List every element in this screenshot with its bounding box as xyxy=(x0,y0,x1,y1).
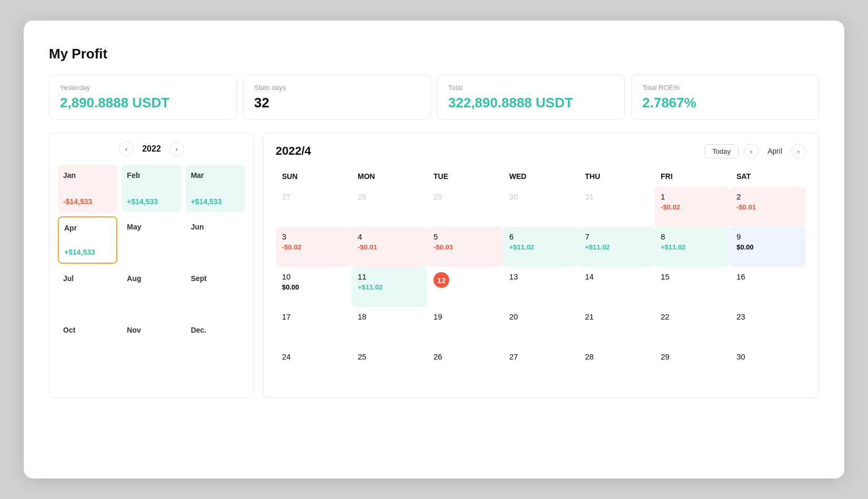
calendar-day-cell[interactable]: 7+$11.02 xyxy=(579,227,654,267)
calendar-day-cell[interactable]: 17 xyxy=(276,307,351,347)
calendar-day-cell[interactable]: 6+$11.02 xyxy=(503,227,579,267)
calendar-day-cell[interactable]: 25 xyxy=(351,347,427,387)
months-grid: Jan-$14,533Feb+$14,533Mar+$14,533Apr+$14… xyxy=(58,165,245,367)
app-container: My Profit Yesterday 2,890.8888 USDT Stat… xyxy=(24,21,844,478)
day-number: 8 xyxy=(661,232,724,241)
year-prev-button[interactable]: ‹ xyxy=(119,142,134,156)
month-cell-sept[interactable]: Sept xyxy=(186,268,245,315)
day-number: 24 xyxy=(282,352,345,361)
calendar-header: 2022/4 Today ‹ April › xyxy=(276,144,806,158)
calendar-day-cell[interactable]: 8+$11.02 xyxy=(654,227,730,267)
calendar-day-cell[interactable]: 10$0.00 xyxy=(276,267,351,307)
day-number: 26 xyxy=(433,352,497,361)
month-value: +$14,533 xyxy=(64,248,111,256)
day-number: 21 xyxy=(585,312,648,321)
calendar-day-cell[interactable]: 30 xyxy=(730,347,806,387)
calendar-day-cell[interactable]: 13 xyxy=(503,267,579,307)
month-cell-jun[interactable]: Jun xyxy=(186,216,245,264)
day-number: 9 xyxy=(736,232,800,241)
calendar-day-cell[interactable]: 2-$0.01 xyxy=(730,187,806,227)
month-cell-mar[interactable]: Mar+$14,533 xyxy=(186,165,245,212)
day-number: 11 xyxy=(358,272,421,281)
calendar-month-title: 2022/4 xyxy=(276,144,704,158)
total-value: 322,890.8888 USDT xyxy=(448,95,614,111)
month-cell-may[interactable]: May xyxy=(122,216,181,264)
calendar-nav: ‹ April › xyxy=(744,144,806,158)
day-number: 29 xyxy=(661,352,724,361)
roe-value: 2.7867% xyxy=(642,95,808,111)
calendar-panel: 2022/4 Today ‹ April › SUNMONTUEWEDTHUFR… xyxy=(263,133,819,398)
day-number: 27 xyxy=(282,192,345,201)
day-number: 22 xyxy=(661,312,724,321)
calendar-day-cell[interactable]: 27 xyxy=(503,347,579,387)
day-value: $0.00 xyxy=(736,243,800,251)
stat-card-roe: Total ROE% 2.7867% xyxy=(631,75,819,120)
calendar-day-cell[interactable]: 15 xyxy=(654,267,730,307)
calendar-week-row: 27282930311-$0.022-$0.01 xyxy=(276,187,806,227)
calendar-day-cell[interactable]: 24 xyxy=(276,347,351,387)
month-cell-oct[interactable]: Oct xyxy=(58,320,117,367)
month-cell-dec.[interactable]: Dec. xyxy=(186,320,245,367)
month-cell-jan[interactable]: Jan-$14,533 xyxy=(58,165,117,212)
day-value: +$11.02 xyxy=(661,243,724,251)
day-number: 20 xyxy=(509,312,572,321)
year-next-button[interactable]: › xyxy=(169,142,184,156)
day-number: 10 xyxy=(282,272,345,281)
day-number: 28 xyxy=(358,192,421,201)
calendar-week-row: 10$0.0011+$11.021213141516 xyxy=(276,267,806,307)
calendar-day-cell[interactable]: 3-$0.02 xyxy=(276,227,351,267)
today-button[interactable]: Today xyxy=(704,144,739,158)
weekday-header-fri: FRI xyxy=(654,169,730,187)
month-cell-jul[interactable]: Jul xyxy=(58,268,117,315)
calendar-day-cell[interactable]: 9$0.00 xyxy=(730,227,806,267)
day-number: 31 xyxy=(585,192,648,201)
calendar-day-cell[interactable]: 28 xyxy=(579,347,654,387)
calendar-day-cell[interactable]: 27 xyxy=(276,187,351,227)
main-content: ‹ 2022 › Jan-$14,533Feb+$14,533Mar+$14,5… xyxy=(49,133,819,398)
calendar-day-cell[interactable]: 19 xyxy=(427,307,503,347)
calendar-day-cell[interactable]: 12 xyxy=(427,267,503,307)
calendar-day-cell[interactable]: 11+$11.02 xyxy=(351,267,427,307)
calendar-day-cell[interactable]: 5-$0.03 xyxy=(427,227,503,267)
calendar-day-cell[interactable]: 30 xyxy=(503,187,579,227)
calendar-day-cell[interactable]: 31 xyxy=(579,187,654,227)
day-number: 3 xyxy=(282,232,345,241)
calendar-day-cell[interactable]: 23 xyxy=(730,307,806,347)
calendar-day-cell[interactable]: 29 xyxy=(427,187,503,227)
year-nav: ‹ 2022 › xyxy=(58,142,245,156)
month-cell-apr[interactable]: Apr+$14,533 xyxy=(58,216,117,264)
calendar-week-row: 3-$0.024-$0.015-$0.036+$11.027+$11.028+$… xyxy=(276,227,806,267)
calendar-day-cell[interactable]: 4-$0.01 xyxy=(351,227,427,267)
yesterday-value: 2,890.8888 USDT xyxy=(60,95,226,111)
month-name: Apr xyxy=(64,224,111,232)
month-value: +$14,533 xyxy=(127,197,176,206)
weekday-header-tue: TUE xyxy=(427,169,503,187)
calendar-day-cell[interactable]: 26 xyxy=(427,347,503,387)
calendar-day-cell[interactable]: 29 xyxy=(654,347,730,387)
cal-prev-button[interactable]: ‹ xyxy=(744,144,759,158)
calendar-day-cell[interactable]: 16 xyxy=(730,267,806,307)
month-cell-aug[interactable]: Aug xyxy=(122,268,181,315)
calendar-day-cell[interactable]: 14 xyxy=(579,267,654,307)
day-number: 16 xyxy=(736,272,800,281)
calendar-day-cell[interactable]: 1-$0.02 xyxy=(654,187,730,227)
calendar-day-cell[interactable]: 20 xyxy=(503,307,579,347)
calendar-week-row: 17181920212223 xyxy=(276,307,806,347)
day-number: 29 xyxy=(433,192,497,201)
page-title: My Profit xyxy=(49,46,819,62)
calendar-day-cell[interactable]: 28 xyxy=(351,187,427,227)
day-number: 7 xyxy=(585,232,648,241)
day-value: +$11.02 xyxy=(509,243,572,251)
month-name: Dec. xyxy=(191,326,240,334)
calendar-day-cell[interactable]: 21 xyxy=(579,307,654,347)
day-number: 30 xyxy=(509,192,572,201)
month-name: Nov xyxy=(127,326,176,334)
month-name: Oct xyxy=(63,326,112,334)
calendar-day-cell[interactable]: 22 xyxy=(654,307,730,347)
cal-next-button[interactable]: › xyxy=(791,144,806,158)
month-name: Mar xyxy=(191,171,240,179)
day-value: +$11.02 xyxy=(585,243,648,251)
calendar-day-cell[interactable]: 18 xyxy=(351,307,427,347)
month-cell-feb[interactable]: Feb+$14,533 xyxy=(122,165,181,212)
month-cell-nov[interactable]: Nov xyxy=(122,320,181,367)
